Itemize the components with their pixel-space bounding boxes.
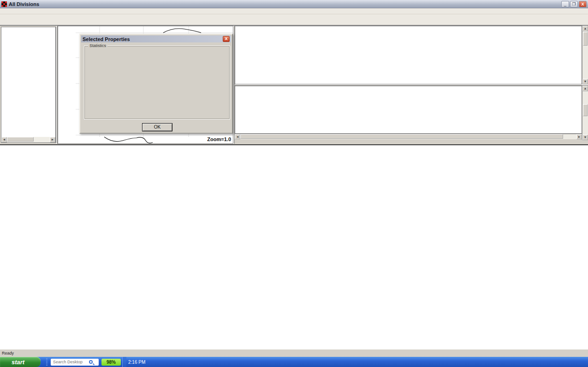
dialog-close-icon[interactable]: X (223, 36, 230, 42)
scroll-right-icon[interactable]: ► (50, 137, 55, 142)
window-title: All Divisions (9, 1, 560, 7)
map-track-curve (104, 137, 153, 143)
scroll-left-icon[interactable]: ◄ (235, 134, 240, 139)
scrollbar-thumb[interactable] (583, 104, 588, 116)
taskbar-clock[interactable]: 2:16 PM (126, 360, 149, 365)
speed-altitude-chart (0, 144, 588, 349)
scrollbar-thumb[interactable] (240, 134, 563, 139)
dialog-title: Selected Properties (83, 36, 223, 42)
scroll-up-icon[interactable]: ▲ (582, 26, 588, 31)
scrollbar-thumb[interactable] (583, 32, 588, 46)
scroll-down-icon[interactable]: ▼ (582, 135, 588, 140)
track-table-horizontal-scrollbar[interactable]: ◄ ► (235, 134, 582, 139)
restore-button[interactable]: ❐ (570, 1, 578, 7)
division-table (235, 26, 582, 84)
status-bar: Ready (0, 349, 588, 357)
tree-horizontal-scrollbar[interactable]: ◄ ► (1, 137, 55, 142)
taskbar: start 98% 2:16 PM (0, 357, 588, 367)
ok-button[interactable]: OK (142, 123, 172, 131)
scroll-down-icon[interactable]: ▼ (582, 79, 588, 84)
start-button[interactable]: start (0, 357, 41, 367)
map-track-curve (163, 29, 201, 33)
division-table-scrollbar[interactable]: ▲ ▼ (582, 26, 588, 84)
battery-indicator[interactable]: 98% (101, 359, 121, 366)
taskbar-separator (46, 358, 48, 366)
scroll-left-icon[interactable]: ◄ (1, 137, 7, 142)
status-ready: Ready (0, 350, 431, 356)
track-table (235, 86, 582, 134)
menu-bar (0, 8, 588, 14)
dialog-title-bar[interactable]: Selected Properties X (81, 36, 231, 42)
toolbar (0, 14, 588, 26)
minimize-button[interactable]: _ (561, 1, 569, 7)
group-label: Statistics (88, 43, 107, 48)
division-tree: ◄ ► (1, 27, 56, 143)
search-input[interactable] (52, 359, 89, 365)
desktop-search-box[interactable] (51, 359, 99, 366)
app-window: All Divisions _ ❐ X ◄ ► Zoom=1.0 (0, 0, 588, 367)
selected-properties-dialog: Selected Properties X Statistics OK (79, 34, 233, 134)
track-table-scrollbar[interactable]: ▲ ▼ (582, 86, 588, 140)
app-icon (1, 1, 7, 7)
close-button[interactable]: X (579, 1, 587, 7)
statistics-group: Statistics (84, 46, 230, 119)
map-zoom-level: Zoom=1.0 (207, 136, 231, 142)
start-label: start (12, 359, 24, 366)
scrollbar-thumb[interactable] (7, 137, 34, 142)
chart-plot[interactable] (0, 145, 588, 349)
windows-flag-icon (4, 359, 10, 365)
title-bar: All Divisions _ ❐ X (0, 0, 588, 8)
system-tray (122, 357, 126, 367)
scroll-up-icon[interactable]: ▲ (582, 86, 588, 91)
scroll-right-icon[interactable]: ► (576, 134, 582, 139)
search-icon[interactable] (89, 360, 93, 364)
